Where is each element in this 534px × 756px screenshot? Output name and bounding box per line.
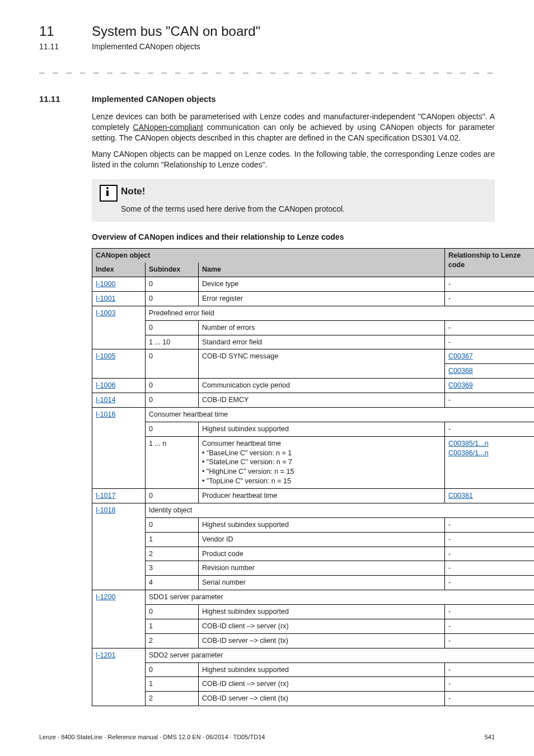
th-index: Index <box>92 263 146 277</box>
section-title: Implemented CANopen objects <box>92 94 216 105</box>
cell-name: Error register <box>199 291 445 306</box>
cell-name: Revision number <box>199 561 445 576</box>
table-row: 2COB-ID server –> client (tx)- <box>92 633 535 648</box>
th-name: Name <box>199 263 445 277</box>
index-link[interactable]: I-1018 <box>96 506 115 514</box>
note-label: Note! <box>121 185 145 198</box>
table-row: 2Product code- <box>92 547 535 561</box>
cell-subindex: 3 <box>146 561 199 576</box>
cell-subindex: 0 <box>146 517 199 532</box>
cell-subindex: 1 ... n <box>146 436 199 488</box>
cell-rel: - <box>445 692 534 706</box>
cell-subindex: 0 <box>146 489 199 503</box>
cell-name: COB-ID EMCY <box>199 393 445 408</box>
cell-rel: - <box>445 277 534 292</box>
table-row: 1 ... 10 Standard error field - <box>92 335 535 349</box>
table-row: I-1014 0 COB-ID EMCY - <box>92 393 535 408</box>
cell-subindex: 0 <box>146 349 199 379</box>
info-icon <box>100 185 115 199</box>
cell-rel: - <box>445 422 534 436</box>
cell-name: Device type <box>199 277 445 292</box>
table-row: 1COB-ID client –> server (rx)- <box>92 619 535 633</box>
code-link[interactable]: C00367 <box>448 352 473 360</box>
code-link[interactable]: C00369 <box>448 381 473 389</box>
cell-rel: - <box>445 605 534 619</box>
code-link[interactable]: C00385/1...n <box>448 440 489 447</box>
index-link[interactable]: I-1003 <box>96 309 115 317</box>
cell-rel: - <box>445 547 534 561</box>
chapter-title: System bus "CAN on board" <box>92 22 260 40</box>
code-link[interactable]: C00386/1...n <box>448 449 489 457</box>
index-link[interactable]: I-1016 <box>96 410 115 418</box>
cell-rel: - <box>445 393 534 408</box>
index-link[interactable]: I-1000 <box>96 280 115 288</box>
table-row: I-1018 Identity object <box>92 503 535 517</box>
th-subindex: Subindex <box>146 263 199 277</box>
cell-name: COB-ID server –> client (tx) <box>199 692 445 706</box>
cell-name: Number of errors <box>199 320 445 335</box>
index-link[interactable]: I-1200 <box>96 593 115 601</box>
cell-subindex: 0 <box>146 662 199 677</box>
cell-name: Product code <box>199 547 445 561</box>
cell-subindex: 4 <box>146 576 199 590</box>
table-row: I-1017 0 Producer heartbeat time C00381 <box>92 489 535 503</box>
cell-subindex: 2 <box>146 692 199 706</box>
page-number: 541 <box>485 733 495 741</box>
cell-subindex: 0 <box>146 605 199 619</box>
index-link[interactable]: I-1014 <box>96 396 115 404</box>
note-box: Note! Some of the terms used here derive… <box>92 179 495 222</box>
paragraph-1: Lenze devices can both be parameterised … <box>92 111 495 143</box>
cell-span: Predefined error field <box>146 306 535 320</box>
cell-name: Highest subindex supported <box>199 422 445 436</box>
cell-subindex: 0 <box>146 379 199 393</box>
table-row: 3Revision number- <box>92 561 535 576</box>
cell-subindex: 1 <box>146 619 199 633</box>
cell-rel: - <box>445 291 534 306</box>
cell-subindex: 0 <box>146 393 199 408</box>
cell-rel: - <box>445 633 534 648</box>
table-title: Overview of CANopen indices and their re… <box>92 232 495 242</box>
table-row: I-1000 0 Device type - <box>92 277 535 292</box>
cell-name: Consumer heartbeat time "BaseLine C" ver… <box>199 436 445 488</box>
cell-name: Highest subindex supported <box>199 517 445 532</box>
index-link[interactable]: I-1005 <box>96 352 115 360</box>
index-link[interactable]: I-1201 <box>96 651 115 659</box>
table-row: I-1016 Consumer heartbeat time <box>92 407 535 422</box>
cell-subindex: 0 <box>146 277 199 292</box>
note-text: Some of the terms used here derive from … <box>121 204 487 214</box>
table-row: 2COB-ID server –> client (tx)- <box>92 692 535 706</box>
cell-name: Communication cycle period <box>199 379 445 393</box>
cell-rel: - <box>445 532 534 547</box>
cell-rel: - <box>445 677 534 692</box>
cell-name: COB-ID client –> server (rx) <box>199 677 445 692</box>
index-link[interactable]: I-1001 <box>96 295 115 302</box>
table-row: I-1006 0 Communication cycle period C003… <box>92 379 535 393</box>
header-subsection-number: 11.11 <box>39 41 78 52</box>
index-link[interactable]: I-1006 <box>96 381 115 389</box>
code-link[interactable]: C00368 <box>448 367 473 375</box>
table-row: I-1001 0 Error register - <box>92 291 535 306</box>
index-link[interactable]: I-1017 <box>96 492 115 500</box>
cell-rel: - <box>445 561 534 576</box>
cell-subindex: 0 <box>146 291 199 306</box>
cell-rel: - <box>445 576 534 590</box>
header-subsection-title: Implemented CANopen objects <box>92 41 200 52</box>
cell-name: Highest subindex supported <box>199 662 445 677</box>
cell-subindex: 2 <box>146 547 199 561</box>
code-link[interactable]: C00381 <box>448 492 473 500</box>
table-row: 0Highest subindex supported- <box>92 517 535 532</box>
table-row: I-1003 Predefined error field <box>92 306 535 320</box>
cell-span: Consumer heartbeat time <box>146 407 535 422</box>
cell-name: Standard error field <box>199 335 445 349</box>
separator-rule: _ _ _ _ _ _ _ _ _ _ _ _ _ _ _ _ _ _ _ _ … <box>39 62 495 74</box>
table-row: 0 Highest subindex supported - <box>92 422 535 436</box>
cell-name: Serial number <box>199 576 445 590</box>
table-row: I-1005 0 COB-ID SYNC message C00367 <box>92 349 535 364</box>
cell-name: Highest subindex supported <box>199 605 445 619</box>
table-row: 0Highest subindex supported- <box>92 662 535 677</box>
canopen-compliant-link[interactable]: CANopen-compliant <box>133 123 203 132</box>
cell-name: COB-ID SYNC message <box>199 349 445 379</box>
paragraph-2: Many CANopen objects can be mapped on Le… <box>92 149 495 170</box>
cell-span: SDO2 server parameter <box>146 648 535 662</box>
th-relationship: Relationship to Lenze code <box>445 249 534 277</box>
